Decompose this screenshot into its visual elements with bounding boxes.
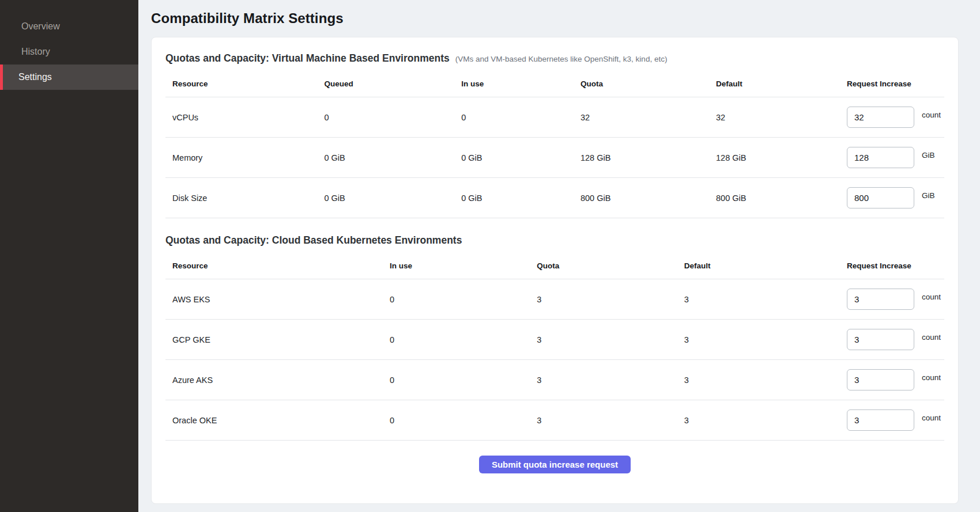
value-cell: 0 GiB — [319, 178, 457, 218]
request-increase-cell: count — [842, 97, 944, 138]
value-cell: 3 — [532, 360, 679, 400]
column-header-request-increase: Request Increase — [842, 250, 944, 279]
vm-quotas-section: Quotas and Capacity: Virtual Machine Bas… — [165, 52, 944, 218]
sidebar-nav: OverviewHistorySettings — [0, 14, 138, 90]
request-increase-cell: count — [842, 279, 944, 320]
value-cell: 0 — [319, 97, 457, 138]
value-cell: 0 — [457, 97, 576, 138]
value-cell: 800 GiB — [711, 178, 842, 218]
request-increase-cell: GiB — [842, 138, 944, 178]
unit-label: count — [922, 333, 941, 342]
request-increase-input-aws-eks[interactable] — [847, 289, 914, 310]
table-row: GCP GKE033count — [165, 320, 944, 360]
value-cell: 32 — [576, 97, 711, 138]
sidebar-item-overview[interactable]: Overview — [0, 14, 138, 39]
vm-quotas-subheading: (VMs and VM-based Kubernetes like OpenSh… — [455, 55, 668, 63]
request-increase-cell: GiB — [842, 178, 944, 218]
settings-card: Quotas and Capacity: Virtual Machine Bas… — [151, 37, 959, 504]
table-header-row: ResourceQueuedIn useQuotaDefaultRequest … — [165, 68, 944, 97]
submit-quota-increase-button[interactable]: Submit quota increase request — [479, 456, 631, 473]
column-header-quota: Quota — [576, 68, 711, 97]
sidebar-item-history[interactable]: History — [0, 39, 138, 65]
value-cell: 3 — [532, 320, 679, 360]
sidebar: OverviewHistorySettings — [0, 0, 138, 512]
column-header-resource: Resource — [165, 68, 319, 97]
value-cell: 0 — [385, 279, 532, 320]
resource-cell: AWS EKS — [165, 279, 385, 320]
table-row: vCPUs003232count — [165, 97, 944, 138]
request-increase-input-oracle-oke[interactable] — [847, 409, 914, 431]
request-increase-cell: count — [842, 400, 944, 441]
cloud-k8s-quota-table: ResourceIn useQuotaDefaultRequest Increa… — [165, 250, 944, 441]
resource-cell: Disk Size — [165, 178, 319, 218]
unit-label: count — [922, 111, 941, 119]
table-row: Oracle OKE033count — [165, 400, 944, 441]
request-increase-input-azure-aks[interactable] — [847, 369, 914, 390]
request-increase-cell: count — [842, 360, 944, 400]
table-row: Disk Size0 GiB0 GiB800 GiB800 GiBGiB — [165, 178, 944, 218]
table-row: Memory0 GiB0 GiB128 GiB128 GiBGiB — [165, 138, 944, 178]
value-cell: 0 — [385, 400, 532, 441]
request-increase-input-vcpus[interactable] — [847, 107, 914, 128]
sidebar-item-settings[interactable]: Settings — [0, 65, 138, 90]
column-header-in-use: In use — [385, 250, 532, 279]
column-header-quota: Quota — [532, 250, 679, 279]
resource-cell: vCPUs — [165, 97, 319, 138]
column-header-in-use: In use — [457, 68, 576, 97]
resource-cell: Memory — [165, 138, 319, 178]
vm-quota-table: ResourceQueuedIn useQuotaDefaultRequest … — [165, 68, 944, 218]
request-increase-input-memory[interactable] — [847, 147, 914, 168]
value-cell: 0 — [385, 360, 532, 400]
cloud-k8s-quotas-heading: Quotas and Capacity: Cloud Based Kuberne… — [165, 234, 462, 246]
vm-quotas-heading: Quotas and Capacity: Virtual Machine Bas… — [165, 52, 450, 65]
unit-label: count — [922, 414, 941, 422]
resource-cell: Azure AKS — [165, 360, 385, 400]
value-cell: 0 GiB — [457, 138, 576, 178]
unit-label: GiB — [922, 191, 935, 200]
value-cell: 0 GiB — [457, 178, 576, 218]
value-cell: 32 — [711, 97, 842, 138]
column-header-queued: Queued — [319, 68, 457, 97]
value-cell: 128 GiB — [711, 138, 842, 178]
column-header-request-increase: Request Increase — [842, 68, 944, 97]
value-cell: 3 — [532, 279, 679, 320]
value-cell: 3 — [680, 320, 842, 360]
column-header-default: Default — [680, 250, 842, 279]
value-cell: 3 — [680, 279, 842, 320]
submit-row: Submit quota increase request — [165, 456, 944, 473]
unit-label: GiB — [922, 151, 935, 160]
value-cell: 0 GiB — [319, 138, 457, 178]
value-cell: 3 — [680, 360, 842, 400]
request-increase-input-gcp-gke[interactable] — [847, 329, 914, 350]
table-row: AWS EKS033count — [165, 279, 944, 320]
request-increase-cell: count — [842, 320, 944, 360]
cloud-k8s-quotas-section: Quotas and Capacity: Cloud Based Kuberne… — [165, 234, 944, 441]
page-title: Compatibility Matrix Settings — [151, 10, 959, 26]
resource-cell: Oracle OKE — [165, 400, 385, 441]
value-cell: 0 — [385, 320, 532, 360]
value-cell: 800 GiB — [576, 178, 711, 218]
unit-label: count — [922, 373, 941, 382]
column-header-default: Default — [711, 68, 842, 97]
resource-cell: GCP GKE — [165, 320, 385, 360]
column-header-resource: Resource — [165, 250, 385, 279]
table-row: Azure AKS033count — [165, 360, 944, 400]
value-cell: 128 GiB — [576, 138, 711, 178]
value-cell: 3 — [680, 400, 842, 441]
request-increase-input-disk-size[interactable] — [847, 187, 914, 208]
main-content: Compatibility Matrix Settings Quotas and… — [138, 0, 980, 512]
table-header-row: ResourceIn useQuotaDefaultRequest Increa… — [165, 250, 944, 279]
unit-label: count — [922, 293, 941, 301]
value-cell: 3 — [532, 400, 679, 441]
